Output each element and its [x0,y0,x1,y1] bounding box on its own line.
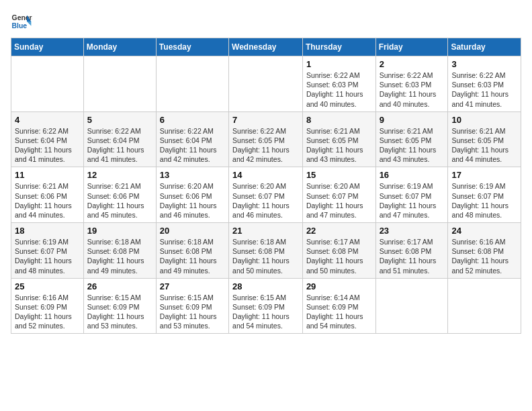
calendar-cell: 2Sunrise: 6:22 AMSunset: 6:03 PMDaylight… [375,56,448,112]
day-info: Sunrise: 6:22 AMSunset: 6:03 PMDaylight:… [451,71,517,109]
calendar-cell [448,278,521,334]
day-info: Sunrise: 6:21 AMSunset: 6:05 PMDaylight:… [380,126,445,165]
calendar-cell [375,278,448,334]
calendar-cell: 5Sunrise: 6:22 AMSunset: 6:04 PMDaylight… [83,111,156,167]
calendar-cell: 10Sunrise: 6:21 AMSunset: 6:05 PMDayligh… [448,111,521,167]
day-info: Sunrise: 6:22 AMSunset: 6:04 PMDaylight:… [15,126,80,165]
calendar-cell: 29Sunrise: 6:14 AMSunset: 6:09 PMDayligh… [302,278,375,334]
day-info: Sunrise: 6:15 AMSunset: 6:09 PMDaylight:… [160,293,225,331]
calendar-week-4: 18Sunrise: 6:19 AMSunset: 6:07 PMDayligh… [11,223,521,279]
day-info: Sunrise: 6:20 AMSunset: 6:06 PMDaylight:… [160,181,225,220]
header-sunday: Sunday [11,38,84,56]
day-info: Sunrise: 6:18 AMSunset: 6:08 PMDaylight:… [232,237,299,275]
calendar-cell: 16Sunrise: 6:19 AMSunset: 6:07 PMDayligh… [375,167,448,223]
calendar-cell: 25Sunrise: 6:16 AMSunset: 6:09 PMDayligh… [11,278,84,334]
calendar-cell: 20Sunrise: 6:18 AMSunset: 6:08 PMDayligh… [156,223,228,279]
day-number: 1 [306,59,372,69]
calendar-cell: 11Sunrise: 6:21 AMSunset: 6:06 PMDayligh… [11,167,84,223]
day-number: 16 [380,170,445,180]
calendar-cell [83,56,156,112]
day-number: 7 [232,115,299,125]
logo-icon: General Blue [11,11,32,32]
day-info: Sunrise: 6:16 AMSunset: 6:09 PMDaylight:… [15,293,80,331]
day-info: Sunrise: 6:18 AMSunset: 6:08 PMDaylight:… [87,237,152,275]
calendar-header-row: SundayMondayTuesdayWednesdayThursdayFrid… [11,38,521,56]
day-info: Sunrise: 6:18 AMSunset: 6:08 PMDaylight:… [160,237,225,275]
day-number: 27 [160,281,225,291]
day-number: 28 [232,281,299,291]
page-header: General Blue [11,11,521,32]
calendar-cell: 4Sunrise: 6:22 AMSunset: 6:04 PMDaylight… [11,111,84,167]
day-number: 15 [306,170,372,180]
calendar-cell [229,56,303,112]
header-wednesday: Wednesday [229,38,303,56]
day-number: 25 [15,281,80,291]
day-info: Sunrise: 6:15 AMSunset: 6:09 PMDaylight:… [87,293,152,331]
calendar-cell: 15Sunrise: 6:20 AMSunset: 6:07 PMDayligh… [302,167,375,223]
calendar-cell: 3Sunrise: 6:22 AMSunset: 6:03 PMDaylight… [448,56,521,112]
day-number: 24 [451,226,517,236]
day-number: 29 [306,281,372,291]
day-number: 4 [15,115,80,125]
day-info: Sunrise: 6:21 AMSunset: 6:05 PMDaylight:… [451,126,517,165]
calendar-table: SundayMondayTuesdayWednesdayThursdayFrid… [11,38,521,334]
day-info: Sunrise: 6:14 AMSunset: 6:09 PMDaylight:… [306,293,372,331]
calendar-cell: 8Sunrise: 6:21 AMSunset: 6:05 PMDaylight… [302,111,375,167]
calendar-cell: 26Sunrise: 6:15 AMSunset: 6:09 PMDayligh… [83,278,156,334]
day-info: Sunrise: 6:19 AMSunset: 6:07 PMDaylight:… [15,237,80,275]
day-info: Sunrise: 6:16 AMSunset: 6:08 PMDaylight:… [451,237,517,275]
calendar-cell [156,56,228,112]
calendar-cell: 7Sunrise: 6:22 AMSunset: 6:05 PMDaylight… [229,111,303,167]
day-number: 10 [451,115,517,125]
calendar-cell: 9Sunrise: 6:21 AMSunset: 6:05 PMDaylight… [375,111,448,167]
day-info: Sunrise: 6:19 AMSunset: 6:07 PMDaylight:… [380,181,445,220]
calendar-cell: 28Sunrise: 6:15 AMSunset: 6:09 PMDayligh… [229,278,303,334]
header-tuesday: Tuesday [156,38,228,56]
day-number: 12 [87,170,152,180]
calendar-cell: 24Sunrise: 6:16 AMSunset: 6:08 PMDayligh… [448,223,521,279]
calendar-week-1: 1Sunrise: 6:22 AMSunset: 6:03 PMDaylight… [11,56,521,112]
calendar-cell: 12Sunrise: 6:21 AMSunset: 6:06 PMDayligh… [83,167,156,223]
day-info: Sunrise: 6:20 AMSunset: 6:07 PMDaylight:… [306,181,372,220]
header-thursday: Thursday [302,38,375,56]
calendar-cell: 1Sunrise: 6:22 AMSunset: 6:03 PMDaylight… [302,56,375,112]
header-saturday: Saturday [448,38,521,56]
calendar-cell: 23Sunrise: 6:17 AMSunset: 6:08 PMDayligh… [375,223,448,279]
calendar-cell: 27Sunrise: 6:15 AMSunset: 6:09 PMDayligh… [156,278,228,334]
day-info: Sunrise: 6:17 AMSunset: 6:08 PMDaylight:… [380,237,445,275]
day-info: Sunrise: 6:21 AMSunset: 6:06 PMDaylight:… [15,181,80,220]
day-number: 18 [15,226,80,236]
day-info: Sunrise: 6:21 AMSunset: 6:06 PMDaylight:… [87,181,152,220]
calendar-cell: 19Sunrise: 6:18 AMSunset: 6:08 PMDayligh… [83,223,156,279]
day-info: Sunrise: 6:22 AMSunset: 6:05 PMDaylight:… [232,126,299,165]
day-number: 9 [380,115,445,125]
day-number: 17 [451,170,517,180]
day-number: 13 [160,170,225,180]
calendar-cell: 13Sunrise: 6:20 AMSunset: 6:06 PMDayligh… [156,167,228,223]
day-number: 21 [232,226,299,236]
day-number: 11 [15,170,80,180]
calendar-cell: 21Sunrise: 6:18 AMSunset: 6:08 PMDayligh… [229,223,303,279]
header-friday: Friday [375,38,448,56]
day-info: Sunrise: 6:21 AMSunset: 6:05 PMDaylight:… [306,126,372,165]
day-number: 23 [380,226,445,236]
day-number: 22 [306,226,372,236]
svg-text:Blue: Blue [12,22,28,30]
day-number: 3 [451,59,517,69]
day-number: 26 [87,281,152,291]
day-number: 14 [232,170,299,180]
calendar-cell: 14Sunrise: 6:20 AMSunset: 6:07 PMDayligh… [229,167,303,223]
calendar-week-3: 11Sunrise: 6:21 AMSunset: 6:06 PMDayligh… [11,167,521,223]
day-number: 8 [306,115,372,125]
day-info: Sunrise: 6:20 AMSunset: 6:07 PMDaylight:… [232,181,299,220]
day-info: Sunrise: 6:19 AMSunset: 6:07 PMDaylight:… [451,181,517,220]
day-info: Sunrise: 6:17 AMSunset: 6:08 PMDaylight:… [306,237,372,275]
svg-marker-3 [27,21,31,26]
day-info: Sunrise: 6:22 AMSunset: 6:04 PMDaylight:… [160,126,225,165]
day-info: Sunrise: 6:22 AMSunset: 6:03 PMDaylight:… [306,71,372,109]
calendar-cell: 17Sunrise: 6:19 AMSunset: 6:07 PMDayligh… [448,167,521,223]
day-info: Sunrise: 6:22 AMSunset: 6:04 PMDaylight:… [87,126,152,165]
day-number: 5 [87,115,152,125]
day-number: 2 [380,59,445,69]
logo: General Blue [11,11,32,32]
